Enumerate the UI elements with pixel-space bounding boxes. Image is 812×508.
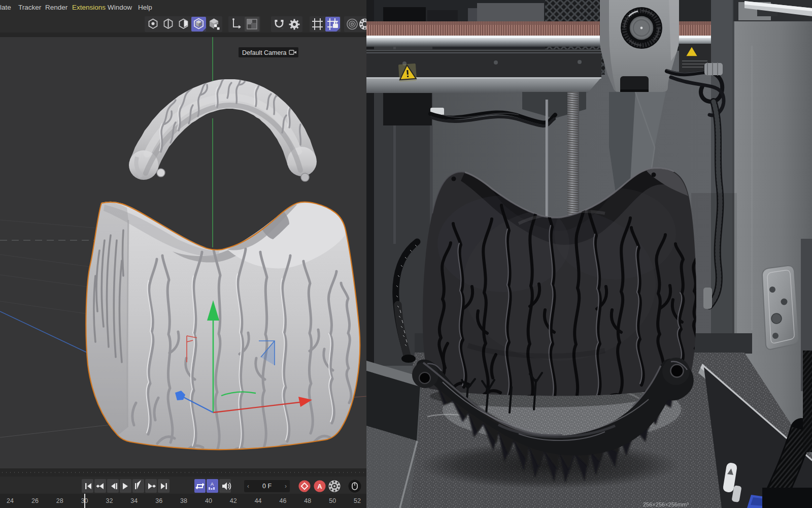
- svg-text:256×256×256mm³: 256×256×256mm³: [643, 501, 689, 507]
- svg-text:Default Camera: Default Camera: [242, 49, 287, 56]
- svg-text:0 F: 0 F: [262, 483, 272, 490]
- svg-text:A: A: [317, 483, 322, 490]
- svg-text:A: A: [211, 482, 214, 487]
- svg-text:‹: ‹: [247, 483, 249, 490]
- svg-text:›: ›: [285, 483, 287, 490]
